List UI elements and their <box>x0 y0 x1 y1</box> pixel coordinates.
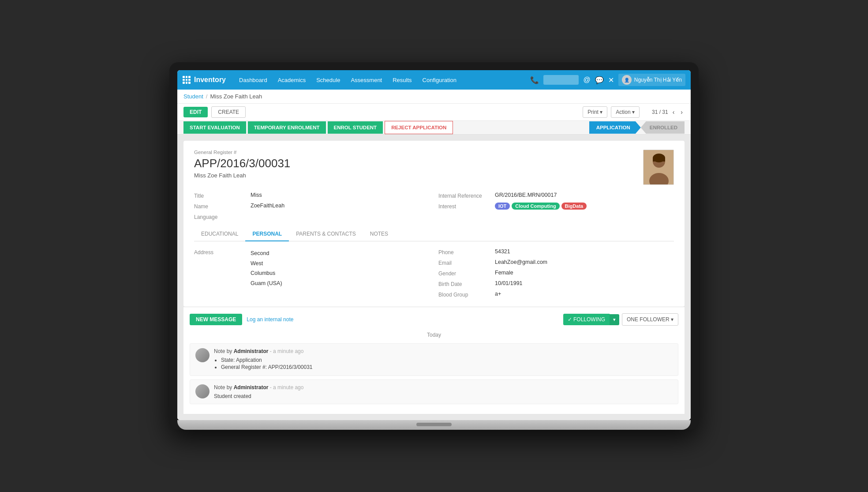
nav-right: 📞 @ 💬 ✕ 👤 Nguyễn Thị Hải Yến <box>530 74 685 86</box>
note-text-2: Student created <box>214 393 251 399</box>
address-line-2: West <box>251 259 282 269</box>
create-button[interactable]: CREATE <box>211 106 246 118</box>
chat-icon: 💬 <box>595 76 604 84</box>
start-evaluation-button[interactable]: START EVALUATION <box>183 121 246 134</box>
note-avatar-2 <box>195 384 210 398</box>
address-field: Address Second West Columbus Guam (USA) <box>194 248 430 298</box>
today-label: Today <box>190 332 678 338</box>
gender-field: Gender Female <box>438 270 674 277</box>
interest-field: Interest IOT Cloud Computing BigData <box>438 203 674 210</box>
grid-icon <box>183 76 191 84</box>
interest-tags: IOT Cloud Computing BigData <box>495 203 587 210</box>
next-button[interactable]: › <box>679 108 685 116</box>
new-message-button[interactable]: NEW MESSAGE <box>190 314 242 325</box>
tab-parents-contacts[interactable]: PARENTS & CONTACTS <box>289 227 363 241</box>
name-field: Name ZoeFaithLeah <box>194 203 430 210</box>
address-line-1: Second <box>251 248 282 259</box>
note-by-label-2: Note by <box>214 384 234 391</box>
note-header-1: Note by Administrator - a minute ago <box>214 348 673 354</box>
prev-button[interactable]: ‹ <box>671 108 677 116</box>
note-body-2: Student created <box>214 393 673 399</box>
note-header-2: Note by Administrator - a minute ago <box>214 384 673 391</box>
note-avatar-image-1 <box>195 348 210 362</box>
record-header-left: General Register # APP/2016/3/00031 Miss… <box>194 150 290 179</box>
print-button[interactable]: Print ▾ <box>583 106 607 118</box>
tab-educational[interactable]: EDUCATIONAL <box>194 227 245 241</box>
language-label: Language <box>194 213 247 220</box>
gen-reg-label: General Register # <box>194 150 290 155</box>
follow-controls: ✓ FOLLOWING ▾ ONE FOLLOWER ▾ <box>563 313 678 326</box>
birth-date-label: Birth Date <box>438 280 491 287</box>
enrol-student-button[interactable]: ENROL STUDENT <box>328 121 383 134</box>
phone-field: Phone 54321 <box>438 248 674 255</box>
tag-cloud: Cloud Computing <box>512 203 559 210</box>
email-field: Email LeahZoe@gmail.com <box>438 259 674 266</box>
pagination: 31 / 31 ‹ › <box>652 108 685 116</box>
breadcrumb-parent[interactable]: Student <box>183 93 203 100</box>
name-label: Name <box>194 203 247 210</box>
name-value: ZoeFaithLeah <box>251 203 284 209</box>
svg-rect-4 <box>653 158 665 161</box>
following-dropdown[interactable]: ▾ <box>610 314 619 325</box>
title-label: Title <box>194 192 247 199</box>
note-avatar-image-2 <box>195 384 210 398</box>
address-line-4: Guam (USA) <box>251 278 282 289</box>
temporary-enrolment-button[interactable]: TEMPORARY ENROLMENT <box>248 121 326 134</box>
laptop-base <box>177 420 691 430</box>
address-value: Second West Columbus Guam (USA) <box>251 248 282 288</box>
phone-icon: 📞 <box>530 76 539 84</box>
status-states: APPLICATION ENROLLED <box>589 121 685 134</box>
nav-results[interactable]: Results <box>388 75 416 85</box>
nav-dashboard[interactable]: Dashboard <box>235 75 272 85</box>
action-bar: EDIT CREATE Print ▾ Action ▾ 31 / 31 ‹ › <box>177 104 691 121</box>
note-time-2: - a minute ago <box>270 384 304 391</box>
tab-personal[interactable]: PERSONAL <box>245 227 289 241</box>
following-button[interactable]: ✓ FOLLOWING <box>563 314 610 325</box>
nav-schedule[interactable]: Schedule <box>312 75 344 85</box>
state-enrolled: ENROLLED <box>641 121 685 134</box>
nav-academics[interactable]: Academics <box>273 75 311 85</box>
user-name: Nguyễn Thị Hải Yến <box>634 77 682 83</box>
email-value: LeahZoe@gmail.com <box>495 259 547 265</box>
nav-configuration[interactable]: Configuration <box>418 75 461 85</box>
email-label: Email <box>438 259 491 266</box>
tab-notes[interactable]: NOTES <box>363 227 395 241</box>
note-avatar-1 <box>195 348 210 362</box>
record-full-name: Miss Zoe Faith Leah <box>194 172 290 179</box>
note-item-state: State: Application <box>221 357 673 363</box>
msg-actions: NEW MESSAGE Log an internal note ✓ FOLLO… <box>190 313 678 326</box>
top-nav: Inventory Dashboard Academics Schedule A… <box>177 70 691 90</box>
nav-assessment[interactable]: Assessment <box>346 75 386 85</box>
internal-note-button[interactable]: Log an internal note <box>247 316 293 323</box>
internal-ref-value: GR/2016/BE.MRN/00017 <box>495 192 557 198</box>
address-label: Address <box>194 248 247 255</box>
blood-group-field: Blood Group a+ <box>438 291 674 298</box>
blood-group-label: Blood Group <box>438 291 491 298</box>
nav-logo: Inventory <box>183 76 226 84</box>
title-field: Title Miss <box>194 192 430 199</box>
language-field: Language <box>194 213 430 220</box>
note-by-label: Note by <box>214 348 234 354</box>
breadcrumb-current: Miss Zoe Faith Leah <box>210 93 262 100</box>
user-avatar: 👤 <box>622 75 632 85</box>
action-button[interactable]: Action ▾ <box>611 106 640 118</box>
note-body-1: State: Application General Register #: A… <box>214 357 673 370</box>
settings-icon: ✕ <box>608 76 614 84</box>
personal-tab-content: Address Second West Columbus Guam (USA) … <box>194 248 674 298</box>
internal-ref-field: Internal Reference GR/2016/BE.MRN/00017 <box>438 192 674 199</box>
note-item-genreg: General Register #: APP/2016/3/00031 <box>221 364 673 370</box>
user-menu[interactable]: 👤 Nguyễn Thị Hải Yến <box>618 74 685 86</box>
right-personal-fields: Phone 54321 Email LeahZoe@gmail.com Gend… <box>438 248 674 298</box>
followers-button[interactable]: ONE FOLLOWER ▾ <box>622 313 678 326</box>
tabs-bar: EDUCATIONAL PERSONAL PARENTS & CONTACTS … <box>194 227 674 241</box>
note-author-1: Administrator <box>234 348 269 354</box>
edit-button[interactable]: EDIT <box>183 107 208 117</box>
tag-iot: IOT <box>495 203 510 210</box>
blood-group-value: a+ <box>495 291 501 297</box>
breadcrumb: Student / Miss Zoe Faith Leah <box>177 90 691 104</box>
nav-search-input[interactable] <box>543 75 579 85</box>
internal-ref-label: Internal Reference <box>438 192 491 199</box>
note-item-1: Note by Administrator - a minute ago Sta… <box>190 343 678 376</box>
reject-application-button[interactable]: REJECT APPLICATION <box>385 121 453 134</box>
status-bar: START EVALUATION TEMPORARY ENROLMENT ENR… <box>177 121 691 135</box>
